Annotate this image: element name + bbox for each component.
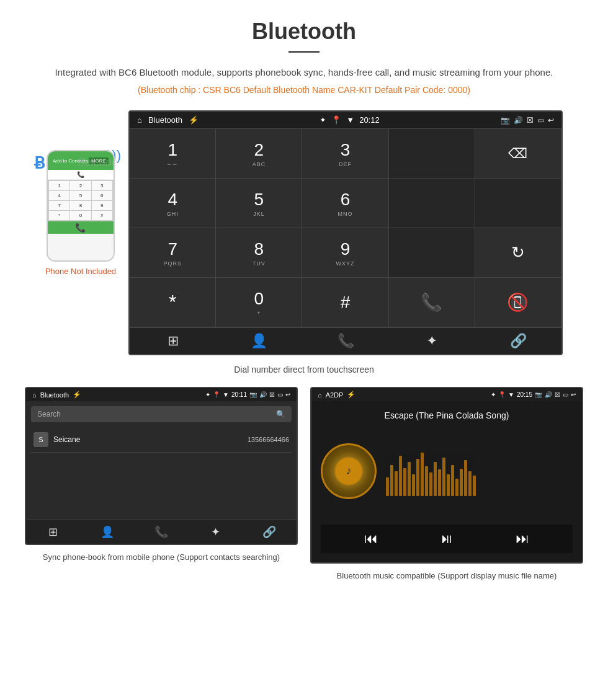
dialpad-backspace[interactable]: ⌫ [475,129,561,179]
dialpad-grid: 1∽∽ 2ABC 3DEF ⌫ 4GHI 5JKL 6MNO 7PQRS 8TU… [130,128,561,327]
music-title-bar: A2DP [326,391,344,399]
dialpad-empty-3 [475,179,561,228]
x-button[interactable]: ☒ [527,116,534,125]
dialpad-refresh[interactable]: ↻ [475,228,561,278]
phonebook-body: Search 🔍 S Seicane 13566664466 [26,401,297,520]
music-controls: ⏮ ⏯ ⏭ [321,525,573,553]
dialpad-link-icon[interactable]: 🔗 [475,333,561,349]
dialpad-phone-icon[interactable]: 📞 [302,333,388,349]
time-display: 20:12 [359,115,380,125]
pb-phone-icon[interactable]: 📞 [134,525,188,539]
dialpad-key-4[interactable]: 4GHI [130,179,216,228]
car-screen-music: ⌂ A2DP ⚡ ✦ 📍 ▼ 20:15 📷 🔊 ☒ ▭ ↩ Escape [310,387,583,564]
usb-icon: ⚡ [189,115,199,125]
phonebook-caption: Sync phone-book from mobile phone (Suppo… [43,551,280,564]
dialpad-endcall-button[interactable]: 📵 [475,278,561,327]
next-button[interactable]: ⏭ [516,531,529,547]
bt-icon-pb: ✦ [205,391,210,398]
win-icon-pb[interactable]: ▭ [277,391,283,398]
time-pb: 20:11 [231,391,247,398]
dialpad-key-hash[interactable]: # [302,278,388,327]
pb-contacts-icon[interactable]: 👤 [80,525,134,539]
signal-icon: ▼ [346,115,354,125]
dialpad-contacts-icon[interactable]: 👤 [216,333,302,349]
bluetooth-icon: Ƀ [34,154,45,173]
pb-bluetooth-icon[interactable]: ✦ [189,525,243,539]
phonebook-block: ⌂ Bluetooth ⚡ ✦ 📍 ▼ 20:11 📷 🔊 ☒ ▭ ↩ [25,387,298,582]
location-icon: 📍 [331,115,341,125]
music-body: Escape (The Pina Colada Song) ♪ [311,401,582,562]
contact-name: Seicane [53,435,243,444]
dialpad-menu-icon[interactable]: ⊞ [130,333,216,349]
car-screen-dialpad: ⌂ Bluetooth ⚡ ✦ 📍 ▼ 20:12 📷 🔊 ☒ ▭ ↩ 1∽∽ [128,110,563,355]
prev-button[interactable]: ⏮ [364,531,378,547]
loc-icon-music: 📍 [498,391,506,398]
dialpad-key-0[interactable]: 0+ [216,278,302,327]
bt-status-icon: ✦ [320,115,326,125]
vinyl-disc: ♪ [321,443,377,499]
home-icon[interactable]: ⌂ [137,115,142,125]
search-placeholder: Search [37,410,61,419]
dialpad-empty-1 [389,129,475,179]
usb-icon-pb: ⚡ [73,391,81,399]
music-caption: Bluetooth music compatible (Support disp… [337,570,557,582]
pb-menu-icon[interactable]: ⊞ [26,525,80,539]
dialpad-key-star[interactable]: * [130,278,216,327]
phone-bottom-bar: 📞 [48,221,114,234]
dialpad-key-9[interactable]: 9WXYZ [302,228,388,278]
statusbar-music: ⌂ A2DP ⚡ ✦ 📍 ▼ 20:15 📷 🔊 ☒ ▭ ↩ [311,388,582,401]
page-title: Bluetooth [0,0,608,51]
dialpad-bluetooth-icon[interactable]: ✦ [389,333,475,349]
loc-icon-pb: 📍 [213,391,220,398]
back-icon[interactable]: ↩ [548,116,554,125]
pb-title: Bluetooth [40,391,69,399]
dialpad-key-1[interactable]: 1∽∽ [130,129,216,179]
vinyl-inner: ♪ [338,460,360,482]
win-icon-music[interactable]: ▭ [563,391,568,398]
description-text: Integrated with BC6 Bluetooth module, su… [50,65,558,80]
usb-icon-music: ⚡ [347,391,355,399]
phonebook-search[interactable]: Search 🔍 [31,406,292,422]
back-icon-music[interactable]: ↩ [571,391,576,398]
contact-number: 13566664466 [248,436,289,443]
back-icon-pb[interactable]: ↩ [285,391,290,398]
dialpad-key-5[interactable]: 5JKL [216,179,302,228]
home-icon-music[interactable]: ⌂ [318,391,322,399]
pb-link-icon[interactable]: 🔗 [243,525,297,539]
search-icon: 🔍 [276,410,285,419]
phonebook-bottom-bar: ⊞ 👤 📞 ✦ 🔗 [26,520,297,544]
dialpad-empty-2 [389,179,475,228]
main-caption: Dial number direct from touchscreen [0,365,608,374]
bottom-screens-row: ⌂ Bluetooth ⚡ ✦ 📍 ▼ 20:11 📷 🔊 ☒ ▭ ↩ [25,387,583,582]
dialpad-empty-4 [389,228,475,278]
song-title: Escape (The Pina Colada Song) [385,410,509,420]
x-icon-music[interactable]: ☒ [555,391,560,398]
cam-icon-pb[interactable]: 📷 [249,391,257,398]
specs-text: (Bluetooth chip : CSR BC6 Default Blueto… [0,85,608,95]
home-icon-pb[interactable]: ⌂ [32,391,37,399]
cam-icon-music[interactable]: 📷 [535,391,542,398]
dialpad-key-6[interactable]: 6MNO [302,179,388,228]
dialpad-key-7[interactable]: 7PQRS [130,228,216,278]
dialpad-key-2[interactable]: 2ABC [216,129,302,179]
phone-dialer: 123 456 789 *0# [48,180,114,221]
vol-icon-pb[interactable]: 🔊 [259,391,267,398]
music-art-area: ♪ [321,443,573,499]
phone-mockup: Ƀ )))) Add to Contacts MORE 📞 123 456 78… [45,148,116,276]
play-pause-button[interactable]: ⏯ [440,531,454,547]
contact-row[interactable]: S Seicane 13566664466 [31,427,292,453]
vol-icon-music[interactable]: 🔊 [545,391,552,398]
music-block: ⌂ A2DP ⚡ ✦ 📍 ▼ 20:15 📷 🔊 ☒ ▭ ↩ Escape [310,387,583,582]
sig-icon-music: ▼ [508,391,514,398]
statusbar-phonebook: ⌂ Bluetooth ⚡ ✦ 📍 ▼ 20:11 📷 🔊 ☒ ▭ ↩ [26,388,297,401]
dialpad-call-button[interactable]: 📞 [389,278,475,327]
contact-avatar: S [34,432,48,447]
window-icon[interactable]: ▭ [537,116,544,125]
sig-icon-pb: ▼ [223,391,229,398]
x-icon-pb[interactable]: ☒ [269,391,275,398]
dialpad-key-8[interactable]: 8TUV [216,228,302,278]
camera-icon[interactable]: 📷 [501,116,510,125]
volume-icon[interactable]: 🔊 [514,116,523,125]
dialpad-key-3[interactable]: 3DEF [302,129,388,179]
main-screen-wrapper: Ƀ )))) Add to Contacts MORE 📞 123 456 78… [25,110,583,355]
